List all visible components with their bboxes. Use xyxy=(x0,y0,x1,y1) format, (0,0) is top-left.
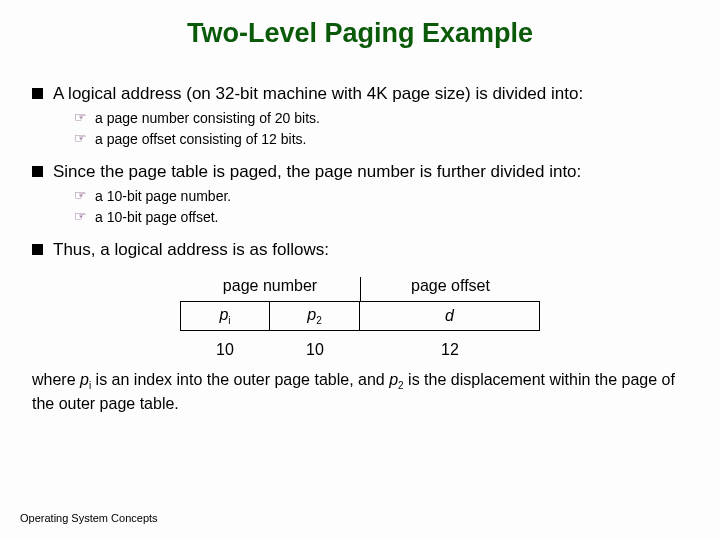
bullet-1a: ☞ a page number consisting of 20 bits. xyxy=(74,109,692,128)
bullet-1b-text: a page offset consisting of 12 bits. xyxy=(95,130,306,149)
bullet-2-text: Since the page table is paged, the page … xyxy=(53,161,581,183)
bullet-3-text: Thus, a logical address is as follows: xyxy=(53,239,329,261)
slide-title: Two-Level Paging Example xyxy=(28,18,692,49)
diagram-bits-a: 10 xyxy=(180,341,270,359)
bullet-3: Thus, a logical address is as follows: xyxy=(32,239,692,261)
bullet-2a-text: a 10-bit page number. xyxy=(95,187,231,206)
footer-text: Operating System Concepts xyxy=(20,512,158,524)
hand-bullet-icon: ☞ xyxy=(74,110,87,124)
hand-bullet-icon: ☞ xyxy=(74,188,87,202)
diagram-header-pagenumber: page number xyxy=(180,277,360,301)
hand-bullet-icon: ☞ xyxy=(74,209,87,223)
bullet-2b-text: a 10-bit page offset. xyxy=(95,208,219,227)
diagram-header-pageoffset: page offset xyxy=(360,277,540,301)
bullet-1a-text: a page number consisting of 20 bits. xyxy=(95,109,320,128)
address-diagram: page number page offset pi p2 d 10 10 12 xyxy=(180,277,540,359)
bullet-2b: ☞ a 10-bit page offset. xyxy=(74,208,692,227)
square-bullet-icon xyxy=(32,166,43,177)
closing-text: where pi is an index into the outer page… xyxy=(32,369,692,414)
diagram-cell-d: d xyxy=(360,301,540,331)
diagram-cell-p2: p2 xyxy=(270,301,360,331)
square-bullet-icon xyxy=(32,244,43,255)
bullet-2a: ☞ a 10-bit page number. xyxy=(74,187,692,206)
bullet-2: Since the page table is paged, the page … xyxy=(32,161,692,183)
bullet-1: A logical address (on 32-bit machine wit… xyxy=(32,83,692,105)
square-bullet-icon xyxy=(32,88,43,99)
diagram-bits-c: 12 xyxy=(360,341,540,359)
bullet-1b: ☞ a page offset consisting of 12 bits. xyxy=(74,130,692,149)
diagram-cell-p1: pi xyxy=(180,301,270,331)
bullet-1-text: A logical address (on 32-bit machine wit… xyxy=(53,83,583,105)
hand-bullet-icon: ☞ xyxy=(74,131,87,145)
diagram-bits-b: 10 xyxy=(270,341,360,359)
